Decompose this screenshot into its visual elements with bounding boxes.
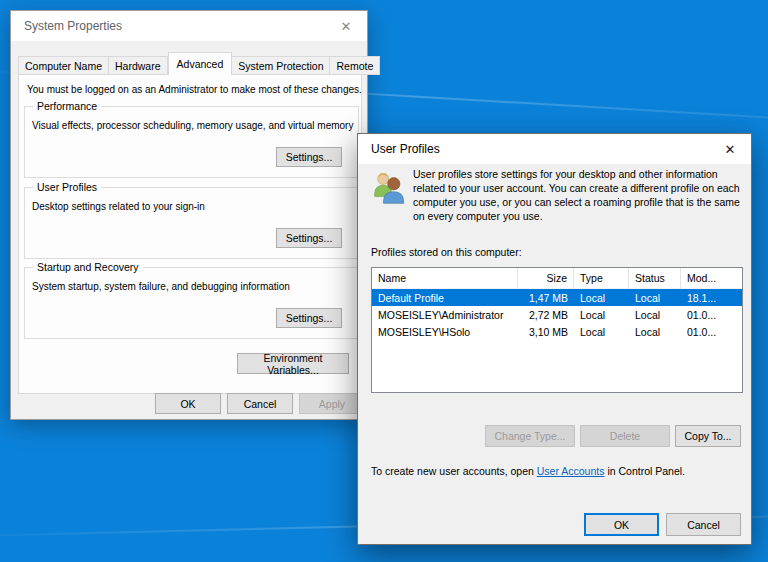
group-title: Startup and Recovery — [33, 261, 143, 273]
group-title: Performance — [33, 100, 101, 112]
cell-status: Local — [629, 309, 681, 321]
desktop: System Properties ✕ Computer Name Hardwa… — [0, 0, 768, 562]
group-description: Desktop settings related to your sign-in — [32, 201, 205, 212]
tab-computer-name[interactable]: Computer Name — [18, 56, 109, 75]
cell-modified: 18.1... — [681, 292, 742, 304]
cell-type: Local — [574, 292, 629, 304]
user-profiles-settings-button[interactable]: Settings... — [276, 228, 342, 248]
profiles-list-label: Profiles stored on this computer: — [371, 246, 522, 258]
delete-button: Delete — [580, 425, 670, 447]
note-text-before: To create new user accounts, open — [371, 465, 537, 477]
column-header-modified[interactable]: Mod... — [681, 268, 742, 289]
cell-type: Local — [574, 326, 629, 338]
environment-variables-button[interactable]: Environment Variables... — [237, 353, 349, 374]
column-header-name[interactable]: Name — [372, 268, 518, 289]
cell-name: MOSEISLEY\HSolo — [372, 326, 518, 338]
advanced-tab-page: You must be logged on as an Administrato… — [18, 74, 362, 394]
system-properties-dialog: System Properties ✕ Computer Name Hardwa… — [10, 10, 368, 420]
user-profiles-titlebar[interactable]: User Profiles — [358, 134, 751, 164]
cell-type: Local — [574, 309, 629, 321]
system-properties-titlebar[interactable]: System Properties — [11, 11, 367, 41]
copy-to-button[interactable]: Copy To... — [675, 425, 741, 447]
create-accounts-note: To create new user accounts, open User A… — [371, 465, 685, 477]
cell-modified: 01.0... — [681, 309, 742, 321]
ok-button[interactable]: OK — [155, 393, 221, 414]
change-type-button: Change Type... — [485, 425, 575, 447]
close-icon[interactable]: ✕ — [325, 11, 367, 41]
cell-name: MOSEISLEY\Administrator — [372, 309, 518, 321]
apply-button: Apply — [299, 393, 365, 414]
group-description: System startup, system failure, and debu… — [32, 281, 290, 292]
user-accounts-link[interactable]: User Accounts — [537, 465, 605, 477]
cancel-button[interactable]: Cancel — [666, 513, 741, 536]
tab-advanced[interactable]: Advanced — [168, 52, 233, 75]
admin-note: You must be logged on as an Administrato… — [27, 84, 362, 95]
startup-recovery-group: Startup and Recovery System startup, sys… — [24, 267, 359, 339]
table-row[interactable]: Default Profile 1,47 MB Local Local 18.1… — [372, 289, 742, 306]
cancel-button[interactable]: Cancel — [227, 393, 293, 414]
column-header-size[interactable]: Size — [518, 268, 574, 289]
listview-header: Name Size Type Status Mod... — [372, 268, 742, 289]
performance-group: Performance Visual effects, processor sc… — [24, 106, 359, 178]
profiles-listview: Name Size Type Status Mod... Default Pro… — [371, 267, 743, 393]
user-profiles-group: User Profiles Desktop settings related t… — [24, 187, 359, 259]
tab-strip: Computer Name Hardware Advanced System P… — [18, 55, 380, 75]
cell-status: Local — [629, 326, 681, 338]
table-row[interactable]: MOSEISLEY\Administrator 2,72 MB Local Lo… — [372, 306, 742, 323]
cell-status: Local — [629, 292, 681, 304]
ok-button[interactable]: OK — [584, 513, 659, 536]
column-header-type[interactable]: Type — [574, 268, 629, 289]
note-text-after: in Control Panel. — [604, 465, 685, 477]
cell-name: Default Profile — [372, 292, 518, 304]
user-profiles-dialog: User Profiles ✕ User profiles store sett… — [357, 133, 752, 545]
group-title: User Profiles — [33, 181, 101, 193]
cell-size: 2,72 MB — [518, 309, 574, 321]
tab-system-protection[interactable]: System Protection — [232, 56, 330, 75]
user-profiles-description: User profiles store settings for your de… — [413, 167, 747, 223]
cell-size: 1,47 MB — [518, 292, 574, 304]
cell-modified: 01.0... — [681, 326, 742, 338]
group-description: Visual effects, processor scheduling, me… — [32, 120, 353, 131]
column-header-status[interactable]: Status — [629, 268, 681, 289]
table-row[interactable]: MOSEISLEY\HSolo 3,10 MB Local Local 01.0… — [372, 323, 742, 340]
user-profiles-people-icon — [371, 170, 407, 206]
performance-settings-button[interactable]: Settings... — [276, 147, 342, 167]
tab-remote[interactable]: Remote — [330, 56, 380, 75]
startup-recovery-settings-button[interactable]: Settings... — [276, 308, 342, 328]
cell-size: 3,10 MB — [518, 326, 574, 338]
tab-hardware[interactable]: Hardware — [109, 56, 168, 75]
dialog-title: System Properties — [24, 19, 122, 33]
dialog-title: User Profiles — [371, 142, 440, 156]
close-icon[interactable]: ✕ — [709, 134, 751, 164]
